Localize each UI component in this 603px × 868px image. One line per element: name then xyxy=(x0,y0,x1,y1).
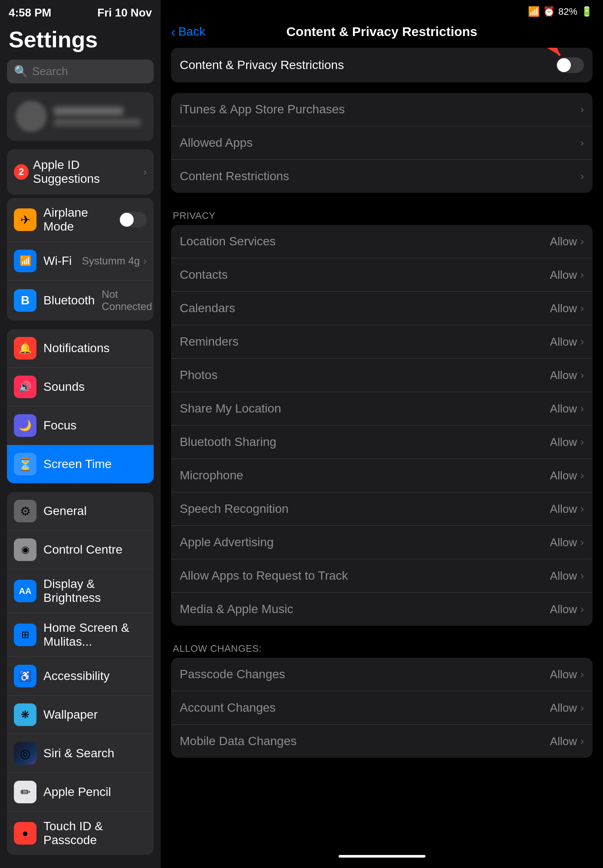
passcode-changes-item[interactable]: Passcode Changes Allow › xyxy=(171,658,593,691)
wifi-status-icon: 📶 xyxy=(528,6,540,17)
back-button[interactable]: ‹ Back xyxy=(171,24,205,40)
sidebar-item-touch-id[interactable]: ● Touch ID & Passcode xyxy=(7,812,154,855)
sidebar-item-wifi[interactable]: 📶 Wi-Fi Systumm 4g › xyxy=(7,242,154,281)
bluetooth-sharing-item[interactable]: Bluetooth Sharing Allow › xyxy=(171,426,593,459)
apple-advertising-value: Allow xyxy=(550,536,577,549)
sidebar-item-control-centre[interactable]: ◉ Control Centre xyxy=(7,531,154,569)
reminders-value: Allow xyxy=(550,335,577,349)
sidebar-item-siri-search[interactable]: ◎ Siri & Search xyxy=(7,734,154,773)
bottom-area xyxy=(161,845,603,868)
connectivity-group: ✈ Airplane Mode 📶 Wi-Fi Systumm 4g › xyxy=(7,198,154,320)
content-privacy-restrictions-row[interactable]: Content & Privacy Restrictions xyxy=(171,48,593,83)
share-location-label: Share My Location xyxy=(180,402,281,416)
top-toggle-label: Content & Privacy Restrictions xyxy=(180,58,344,72)
privacy-section: PRIVACY Location Services Allow › Contac… xyxy=(171,203,593,626)
alarm-status-icon: ⏰ xyxy=(543,6,555,17)
sidebar-item-apple-pencil[interactable]: ✏ Apple Pencil xyxy=(7,773,154,812)
apple-id-suggestions-row[interactable]: 2 Apple ID Suggestions › xyxy=(7,149,154,195)
notifications-label: Notifications xyxy=(43,341,110,355)
sidebar-item-sounds[interactable]: 🔊 Sounds xyxy=(7,368,154,406)
home-screen-label: Home Screen & Mulitas... xyxy=(43,621,147,649)
location-services-chevron: › xyxy=(580,235,584,248)
allow-apps-track-item[interactable]: Allow Apps to Request to Track Allow › xyxy=(171,559,593,593)
content-restrictions-item[interactable]: Content Restrictions › xyxy=(171,160,593,193)
microphone-value: Allow xyxy=(550,469,577,482)
microphone-label: Microphone xyxy=(180,469,243,482)
microphone-item[interactable]: Microphone Allow › xyxy=(171,459,593,492)
display-brightness-label: Display & Brightness xyxy=(43,577,147,605)
wallpaper-icon: ❋ xyxy=(14,703,36,726)
location-services-item[interactable]: Location Services Allow › xyxy=(171,225,593,258)
reminders-chevron: › xyxy=(580,336,584,348)
allowed-apps-item[interactable]: Allowed Apps › xyxy=(171,126,593,160)
speech-recognition-value: Allow xyxy=(550,502,577,516)
mobile-data-changes-item[interactable]: Mobile Data Changes Allow › xyxy=(171,725,593,758)
account-changes-item[interactable]: Account Changes Allow › xyxy=(171,691,593,725)
contacts-value: Allow xyxy=(550,268,577,282)
sidebar-item-bluetooth[interactable]: B Bluetooth Not Connected › xyxy=(7,281,154,320)
allowed-apps-label: Allowed Apps xyxy=(180,136,253,150)
reminders-item[interactable]: Reminders Allow › xyxy=(171,325,593,359)
location-services-value: Allow xyxy=(550,235,577,248)
sidebar-item-home-screen[interactable]: ⊞ Home Screen & Mulitas... xyxy=(7,613,154,657)
content-privacy-toggle[interactable] xyxy=(556,57,584,73)
search-bar[interactable]: 🔍 xyxy=(7,59,154,83)
wifi-value: Systumm 4g xyxy=(82,255,140,267)
bluetooth-value: Not Connected xyxy=(102,288,152,313)
sidebar-item-focus[interactable]: 🌙 Focus xyxy=(7,406,154,445)
reminders-label: Reminders xyxy=(180,335,238,349)
account-changes-chevron: › xyxy=(580,702,584,714)
photos-value: Allow xyxy=(550,369,577,382)
sidebar-item-airplane-mode[interactable]: ✈ Airplane Mode xyxy=(7,198,154,242)
airplane-mode-toggle[interactable] xyxy=(119,212,147,228)
left-date: Fri 10 Nov xyxy=(97,6,152,20)
share-location-value: Allow xyxy=(550,402,577,416)
focus-label: Focus xyxy=(43,419,76,432)
media-music-item[interactable]: Media & Apple Music Allow › xyxy=(171,593,593,626)
control-centre-icon: ◉ xyxy=(14,538,36,561)
home-indicator xyxy=(339,855,425,858)
apple-advertising-label: Apple Advertising xyxy=(180,535,273,549)
photos-label: Photos xyxy=(180,368,217,382)
itunes-purchases-item[interactable]: iTunes & App Store Purchases › xyxy=(171,93,593,126)
general-icon: ⚙ xyxy=(14,500,36,522)
calendars-item[interactable]: Calendars Allow › xyxy=(171,292,593,325)
sidebar-item-display-brightness[interactable]: AA Display & Brightness xyxy=(7,569,154,613)
content-privacy-thumb xyxy=(557,58,571,72)
right-status-bar: 📶 ⏰ 82% 🔋 xyxy=(161,0,603,21)
blurred-email xyxy=(54,119,141,126)
notifications-group: 🔔 Notifications 🔊 Sounds 🌙 Focus ⏳ Scree… xyxy=(7,329,154,483)
media-music-chevron: › xyxy=(580,603,584,615)
apple-pencil-label: Apple Pencil xyxy=(43,785,111,799)
sidebar-item-accessibility[interactable]: ♿ Accessibility xyxy=(7,657,154,696)
share-location-item[interactable]: Share My Location Allow › xyxy=(171,392,593,426)
bluetooth-sharing-label: Bluetooth Sharing xyxy=(180,435,277,449)
search-input[interactable] xyxy=(32,65,147,78)
contacts-item[interactable]: Contacts Allow › xyxy=(171,258,593,292)
sidebar-item-notifications[interactable]: 🔔 Notifications xyxy=(7,329,154,368)
sounds-label: Sounds xyxy=(43,380,85,394)
left-status-bar: 4:58 PM Fri 10 Nov xyxy=(0,0,161,23)
right-panel: 📶 ⏰ 82% 🔋 ‹ Back Content & Privacy Restr… xyxy=(161,0,603,868)
apple-advertising-item[interactable]: Apple Advertising Allow › xyxy=(171,526,593,559)
account-changes-label: Account Changes xyxy=(180,701,276,715)
allow-changes-card: Passcode Changes Allow › Account Changes… xyxy=(171,658,593,758)
speech-recognition-item[interactable]: Speech Recognition Allow › xyxy=(171,492,593,526)
blurred-name xyxy=(54,107,123,116)
photos-chevron: › xyxy=(580,369,584,381)
settings-title: Settings xyxy=(0,23,161,59)
sounds-icon: 🔊 xyxy=(14,376,36,398)
sidebar-item-screen-time[interactable]: ⏳ Screen Time xyxy=(7,445,154,483)
bluetooth-label: Bluetooth xyxy=(43,294,95,307)
calendars-value: Allow xyxy=(550,302,577,315)
content-restrictions-label: Content Restrictions xyxy=(180,169,289,183)
media-music-label: Media & Apple Music xyxy=(180,602,293,616)
photos-item[interactable]: Photos Allow › xyxy=(171,359,593,392)
battery-icon: 🔋 xyxy=(581,6,593,17)
svg-line-1 xyxy=(532,48,560,56)
screen-time-label: Screen Time xyxy=(43,457,112,471)
sidebar-item-wallpaper[interactable]: ❋ Wallpaper xyxy=(7,696,154,734)
sidebar-item-general[interactable]: ⚙ General xyxy=(7,492,154,531)
passcode-changes-label: Passcode Changes xyxy=(180,667,285,681)
airplane-mode-label: Airplane Mode xyxy=(43,206,112,234)
